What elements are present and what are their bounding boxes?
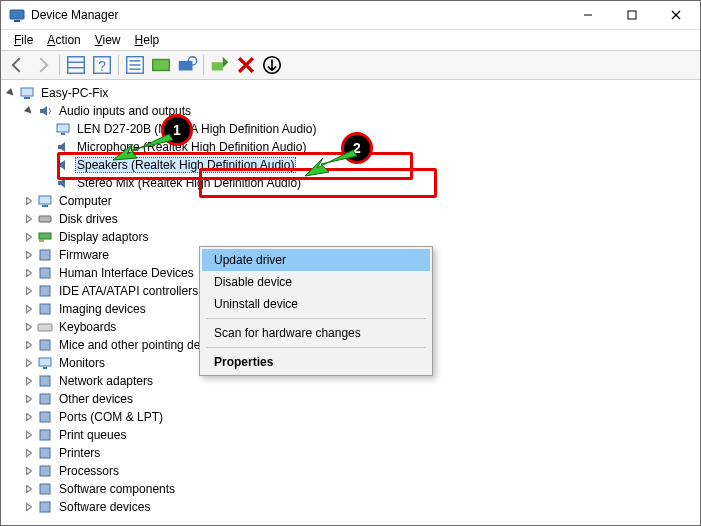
device-category[interactable]: Printers xyxy=(23,444,700,462)
cm-uninstall-device[interactable]: Uninstall device xyxy=(202,293,430,315)
svg-rect-3 xyxy=(628,11,636,19)
titlebar: Device Manager xyxy=(1,1,700,30)
expand-icon[interactable] xyxy=(23,267,35,279)
cm-properties[interactable]: Properties xyxy=(202,351,430,373)
device-tree[interactable]: Easy-PC-Fix Audio inputs and outputs LEN… xyxy=(1,80,700,526)
svg-rect-24 xyxy=(57,124,69,132)
expand-icon[interactable] xyxy=(23,411,35,423)
device-category[interactable]: Other devices xyxy=(23,390,700,408)
maximize-button[interactable] xyxy=(610,1,654,29)
expand-icon[interactable] xyxy=(23,501,35,513)
expand-icon[interactable] xyxy=(23,231,35,243)
device-category[interactable]: Ports (COM & LPT) xyxy=(23,408,700,426)
cm-scan-hardware[interactable]: Scan for hardware changes xyxy=(202,322,430,344)
device-category[interactable]: Software components xyxy=(23,480,700,498)
device-manager-window: Device Manager File Action View Help ? xyxy=(0,0,701,526)
expand-icon[interactable] xyxy=(23,393,35,405)
device-label: LEN D27-20B (NVIDIA High Definition Audi… xyxy=(75,122,318,136)
device-category[interactable]: Software devices xyxy=(23,498,700,516)
expand-icon[interactable] xyxy=(23,339,35,351)
device-category[interactable]: Print queues xyxy=(23,426,700,444)
svg-text:?: ? xyxy=(98,59,106,74)
enable-device-button[interactable] xyxy=(208,53,232,77)
show-hide-console-tree-button[interactable] xyxy=(64,53,88,77)
category-label: Processors xyxy=(57,464,121,478)
expand-icon[interactable] xyxy=(23,285,35,297)
device-category[interactable]: Display adaptors xyxy=(23,228,700,246)
svg-rect-38 xyxy=(43,367,47,369)
svg-rect-29 xyxy=(39,233,51,239)
expand-icon[interactable] xyxy=(23,483,35,495)
device-category[interactable]: Disk drives xyxy=(23,210,700,228)
scan-hardware-button[interactable] xyxy=(175,53,199,77)
expand-icon[interactable] xyxy=(23,303,35,315)
expand-icon[interactable] xyxy=(23,429,35,441)
category-label: Printers xyxy=(57,446,102,460)
menu-help[interactable]: Help xyxy=(128,32,167,48)
forward-button[interactable] xyxy=(31,53,55,77)
svg-rect-6 xyxy=(68,57,85,74)
device-label: Microphone (Realtek High Definition Audi… xyxy=(75,140,308,154)
svg-rect-34 xyxy=(40,304,50,314)
collapse-icon[interactable] xyxy=(23,105,35,117)
category-icon xyxy=(37,391,53,407)
audio-device-item[interactable]: LEN D27-20B (NVIDIA High Definition Audi… xyxy=(41,120,700,138)
category-icon xyxy=(37,193,53,209)
context-menu: Update driver Disable device Uninstall d… xyxy=(199,246,433,376)
menu-view[interactable]: View xyxy=(88,32,128,48)
back-button[interactable] xyxy=(5,53,29,77)
svg-rect-36 xyxy=(40,340,50,350)
category-label: Network adapters xyxy=(57,374,155,388)
svg-rect-42 xyxy=(40,430,50,440)
category-label: Keyboards xyxy=(57,320,118,334)
cm-update-driver[interactable]: Update driver xyxy=(202,249,430,271)
expand-icon[interactable] xyxy=(23,213,35,225)
expand-icon[interactable] xyxy=(23,357,35,369)
category-icon xyxy=(37,247,53,263)
expand-icon[interactable] xyxy=(23,321,35,333)
expand-icon[interactable] xyxy=(23,447,35,459)
category-label: Human Interface Devices xyxy=(57,266,196,280)
category-icon xyxy=(37,463,53,479)
svg-rect-15 xyxy=(153,60,170,71)
audio-device-item[interactable]: Speakers (Realtek High Definition Audio) xyxy=(41,156,700,174)
category-label: Firmware xyxy=(57,248,111,262)
refresh-button[interactable] xyxy=(149,53,173,77)
monitor-icon xyxy=(55,121,71,137)
properties-button[interactable] xyxy=(123,53,147,77)
category-label: Other devices xyxy=(57,392,135,406)
tree-root[interactable]: Easy-PC-Fix xyxy=(5,84,700,102)
cm-disable-device[interactable]: Disable device xyxy=(202,271,430,293)
help-button[interactable]: ? xyxy=(90,53,114,77)
svg-rect-18 xyxy=(212,62,223,70)
tree-root-label: Easy-PC-Fix xyxy=(39,86,110,100)
cm-separator xyxy=(206,318,426,319)
svg-rect-26 xyxy=(39,196,51,204)
audio-device-item[interactable]: Microphone (Realtek High Definition Audi… xyxy=(41,138,700,156)
expand-icon[interactable] xyxy=(23,465,35,477)
svg-rect-28 xyxy=(39,216,51,222)
expand-icon[interactable] xyxy=(23,195,35,207)
close-button[interactable] xyxy=(654,1,698,29)
minimize-button[interactable] xyxy=(566,1,610,29)
category-icon xyxy=(37,265,53,281)
svg-rect-31 xyxy=(40,250,50,260)
device-category[interactable]: Computer xyxy=(23,192,700,210)
update-driver-button[interactable] xyxy=(260,53,284,77)
expand-icon[interactable] xyxy=(23,249,35,261)
collapse-icon[interactable] xyxy=(5,87,17,99)
device-category[interactable]: Processors xyxy=(23,462,700,480)
device-label: Stereo Mix (Realtek High Definition Audi… xyxy=(75,176,303,190)
category-label: Imaging devices xyxy=(57,302,148,316)
category-label: Monitors xyxy=(57,356,107,370)
uninstall-device-button[interactable] xyxy=(234,53,258,77)
svg-rect-32 xyxy=(40,268,50,278)
audio-device-item[interactable]: Stereo Mix (Realtek High Definition Audi… xyxy=(41,174,700,192)
speaker-icon xyxy=(55,139,71,155)
svg-rect-27 xyxy=(42,205,48,207)
category-audio[interactable]: Audio inputs and outputs xyxy=(23,102,700,120)
svg-rect-46 xyxy=(40,502,50,512)
expand-icon[interactable] xyxy=(23,375,35,387)
menu-file[interactable]: File xyxy=(7,32,40,48)
menu-action[interactable]: Action xyxy=(40,32,87,48)
